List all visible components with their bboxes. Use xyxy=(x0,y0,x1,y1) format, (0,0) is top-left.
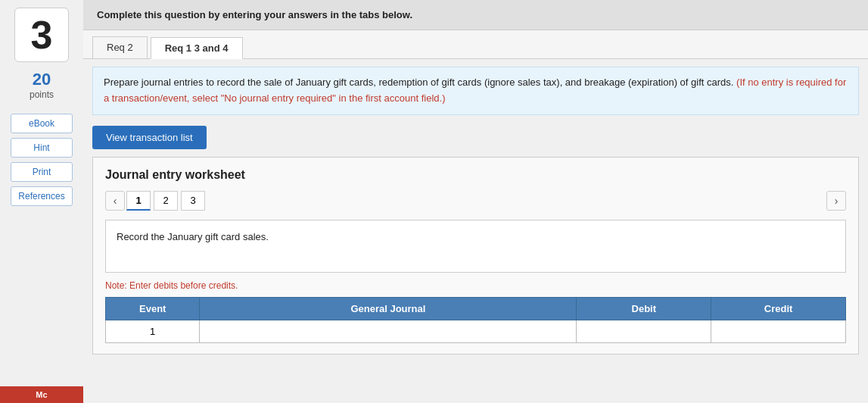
question-number: 3 xyxy=(14,8,69,62)
row-debit-cell[interactable] xyxy=(577,320,711,342)
instruction-bar: Complete this question by entering your … xyxy=(83,0,868,30)
row-event-cell: 1 xyxy=(106,320,200,342)
points-label: points xyxy=(30,89,54,100)
general-journal-input[interactable] xyxy=(206,324,570,339)
tab-req2[interactable]: Req 2 xyxy=(92,36,148,58)
bottom-bar: Mc xyxy=(0,386,83,403)
ebook-button[interactable]: eBook xyxy=(11,114,73,133)
worksheet-title: Journal entry worksheet xyxy=(105,168,846,182)
worksheet-container: Journal entry worksheet ‹ 1 2 3 › Record… xyxy=(92,157,859,355)
sidebar: 3 20 points eBook Hint Print References xyxy=(0,0,83,403)
prev-page-button[interactable]: ‹ xyxy=(105,191,125,211)
col-header-credit: Credit xyxy=(711,297,846,320)
record-note-text: Record the January gift card sales. xyxy=(117,231,269,242)
table-row: 1 xyxy=(106,320,846,342)
col-header-debit: Debit xyxy=(577,297,711,320)
points-value: 20 xyxy=(33,70,51,89)
credit-input[interactable] xyxy=(717,324,839,339)
main-content: Complete this question by entering your … xyxy=(83,0,868,403)
record-note-box: Record the January gift card sales. xyxy=(105,220,846,273)
references-button[interactable]: References xyxy=(11,186,73,206)
description-main: Prepare journal entries to record the sa… xyxy=(104,77,733,88)
debit-input[interactable] xyxy=(583,324,705,339)
view-transaction-button[interactable]: View transaction list xyxy=(92,126,207,149)
col-header-general: General Journal xyxy=(200,297,577,320)
page-navigation: ‹ 1 2 3 › xyxy=(105,191,846,211)
table-note: Note: Enter debits before credits. xyxy=(105,280,846,291)
row-general-journal-cell[interactable] xyxy=(200,320,577,342)
journal-table: Event General Journal Debit Credit 1 xyxy=(105,297,846,343)
page-2-button[interactable]: 2 xyxy=(154,191,178,211)
next-page-button[interactable]: › xyxy=(826,191,846,211)
page-3-button[interactable]: 3 xyxy=(181,191,205,211)
bottom-bar-label: Mc xyxy=(36,390,47,399)
tab-req134[interactable]: Req 1 3 and 4 xyxy=(151,37,243,59)
page-1-button[interactable]: 1 xyxy=(126,191,151,211)
print-button[interactable]: Print xyxy=(11,162,73,182)
tabs-bar: Req 2 Req 1 3 and 4 xyxy=(83,30,868,59)
hint-button[interactable]: Hint xyxy=(11,138,73,158)
row-credit-cell[interactable] xyxy=(711,320,846,342)
description-box: Prepare journal entries to record the sa… xyxy=(92,67,859,115)
col-header-event: Event xyxy=(106,297,200,320)
